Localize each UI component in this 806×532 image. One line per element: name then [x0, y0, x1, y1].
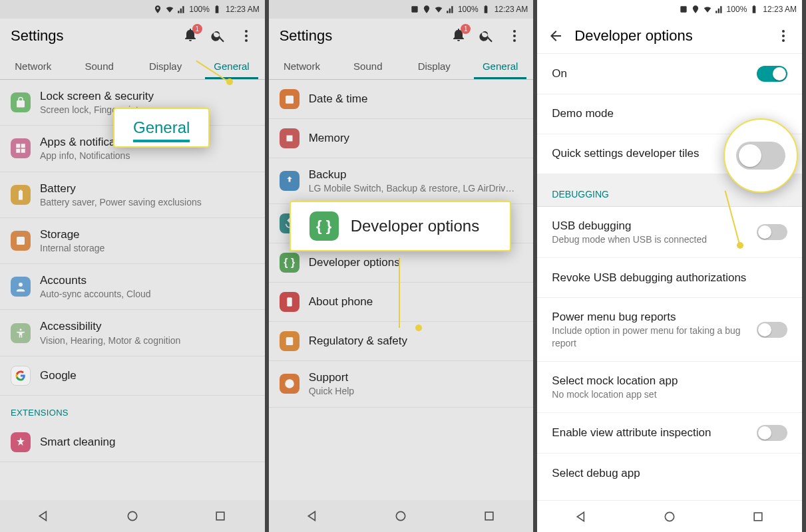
tab-general[interactable]: General — [467, 53, 533, 79]
svg-point-27 — [782, 39, 785, 42]
page-title: Settings — [11, 27, 182, 45]
overflow-icon[interactable] — [238, 28, 254, 44]
back-nav-icon[interactable] — [37, 509, 51, 523]
chip-icon — [280, 128, 300, 148]
tab-network[interactable]: Network — [269, 53, 335, 79]
svg-point-9 — [20, 329, 22, 331]
toggle-on[interactable] — [757, 66, 787, 82]
storage-icon — [11, 231, 31, 251]
row-smart-cleaning[interactable]: Smart cleaning — [0, 423, 265, 462]
battery-icon — [749, 5, 759, 14]
svg-point-26 — [782, 35, 785, 37]
page-title: Settings — [280, 27, 451, 45]
toggle-view-attr[interactable] — [757, 425, 787, 441]
recents-nav-icon[interactable] — [483, 509, 496, 523]
row-google[interactable]: Google — [0, 356, 265, 396]
svg-rect-18 — [287, 298, 292, 307]
row-support[interactable]: ?SupportQuick Help — [269, 361, 534, 407]
app-bar: Developer options — [537, 19, 802, 53]
search-icon[interactable] — [479, 28, 495, 44]
status-bar: 100% 12:23 AM — [0, 0, 265, 19]
status-bar: 100% 12:23 AM — [537, 0, 802, 19]
row-regulatory[interactable]: Regulatory & safety — [269, 322, 534, 361]
wifi-icon — [165, 5, 174, 14]
row-revoke-usb[interactable]: Revoke USB debugging authorizations — [537, 258, 802, 298]
callout-developer-options: { } Developer options — [290, 201, 511, 251]
toggle-usb-debugging[interactable] — [757, 224, 787, 240]
row-about[interactable]: About phone — [269, 283, 534, 322]
google-icon — [11, 366, 31, 386]
accounts-icon — [11, 277, 31, 297]
svg-point-25 — [782, 30, 785, 33]
tab-sound[interactable]: Sound — [335, 53, 401, 79]
dev-callout-icon: { } — [309, 211, 339, 241]
row-battery[interactable]: BatteryBattery saver, Power saving exclu… — [0, 172, 265, 218]
svg-point-2 — [245, 39, 248, 42]
row-accessibility[interactable]: AccessibilityVision, Hearing, Motor & co… — [0, 310, 265, 356]
wifi-icon — [703, 5, 712, 14]
tab-display[interactable]: Display — [401, 53, 467, 79]
overflow-icon[interactable] — [775, 28, 791, 44]
svg-point-0 — [245, 30, 248, 33]
row-date-time[interactable]: Date & time — [269, 80, 534, 119]
home-nav-icon[interactable] — [394, 509, 407, 523]
svg-point-1 — [245, 35, 248, 37]
tab-network[interactable]: Network — [0, 53, 66, 79]
back-nav-icon[interactable] — [306, 509, 319, 523]
row-power-menu[interactable]: Power menu bug reportsInclude option in … — [537, 298, 802, 361]
recents-nav-icon[interactable] — [751, 510, 765, 523]
notification-badge: 1 — [192, 24, 202, 34]
row-on[interactable]: On — [537, 53, 802, 94]
toggle-power-menu[interactable] — [757, 322, 787, 338]
apps-icon — [11, 138, 31, 158]
row-usb-debugging[interactable]: USB debuggingDebug mode when USB is conn… — [537, 207, 802, 258]
app-bar: Settings 1 — [269, 19, 534, 53]
calendar-icon — [280, 89, 300, 109]
row-select-debug-app[interactable]: Select debug app — [537, 454, 802, 493]
svg-rect-3 — [16, 144, 20, 148]
callout-general: General — [113, 108, 210, 148]
svg-rect-29 — [754, 513, 762, 521]
phone-3: 100% 12:23 AM Developer options On Demo … — [537, 0, 806, 532]
signal-icon — [446, 5, 455, 14]
svg-point-28 — [665, 512, 674, 521]
notif-icon — [410, 5, 419, 14]
row-backup[interactable]: BackupLG Mobile Switch, Backup & restore… — [269, 158, 534, 204]
svg-rect-19 — [286, 337, 293, 345]
location-icon — [422, 5, 431, 14]
wifi-icon — [434, 5, 443, 14]
row-accounts[interactable]: AccountsAuto-sync accounts, Cloud — [0, 264, 265, 310]
tab-general[interactable]: General — [198, 53, 264, 79]
battery-pct: 100% — [189, 5, 210, 14]
svg-rect-23 — [485, 512, 493, 520]
back-icon[interactable] — [548, 28, 564, 44]
svg-point-8 — [19, 283, 23, 287]
notifications-button[interactable]: 1 — [182, 27, 198, 45]
svg-text:?: ? — [288, 380, 292, 388]
clock: 12:23 AM — [226, 5, 260, 14]
phone-1: 100% 12:23 AM Settings 1 Network Sound D… — [0, 0, 269, 532]
svg-point-15 — [513, 39, 516, 42]
tab-display[interactable]: Display — [132, 53, 198, 79]
svg-rect-16 — [286, 96, 294, 104]
recents-nav-icon[interactable] — [214, 509, 227, 523]
overflow-icon[interactable] — [506, 28, 522, 44]
accessibility-icon — [11, 323, 31, 343]
row-memory[interactable]: Memory — [269, 119, 534, 158]
row-mock-location[interactable]: Select mock location appNo mock location… — [537, 362, 802, 413]
row-storage[interactable]: StorageInternal storage — [0, 218, 265, 264]
tabs: Network Sound Display General — [269, 53, 534, 80]
home-nav-icon[interactable] — [663, 510, 676, 523]
backup-icon — [280, 171, 300, 191]
notif-icon — [679, 5, 688, 14]
home-nav-icon[interactable] — [126, 509, 139, 523]
battery-icon — [481, 5, 491, 14]
tab-sound[interactable]: Sound — [66, 53, 132, 79]
row-view-attr[interactable]: Enable view attribute inspection — [537, 413, 802, 454]
notifications-button[interactable]: 1 — [451, 27, 467, 45]
nav-bar — [269, 500, 534, 532]
back-nav-icon[interactable] — [575, 510, 588, 523]
search-icon[interactable] — [210, 28, 226, 44]
svg-point-13 — [513, 30, 516, 33]
status-bar: 100% 12:23 AM — [269, 0, 534, 19]
